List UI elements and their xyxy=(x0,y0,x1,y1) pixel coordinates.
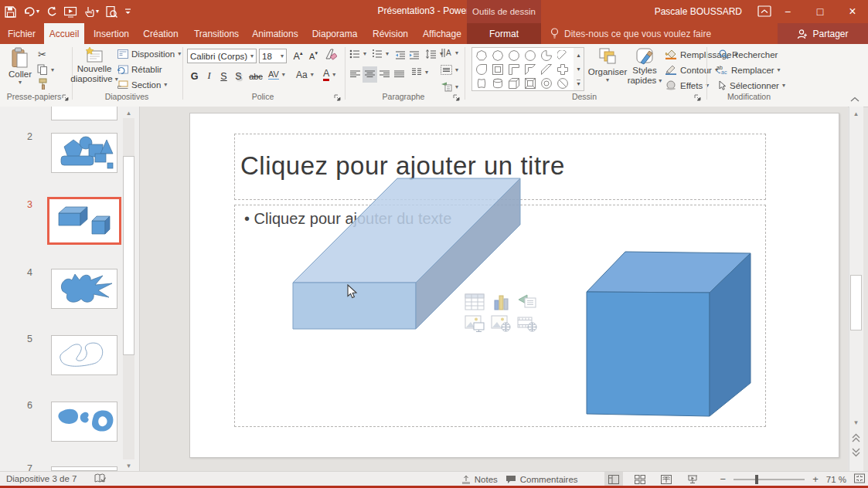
tab-animations[interactable]: Animations xyxy=(248,23,302,44)
italic-button[interactable]: I xyxy=(202,68,216,84)
shape-effects-button[interactable]: Effets▾ xyxy=(665,80,709,90)
shape-cylinder-icon[interactable] xyxy=(489,76,505,90)
thumbnail-slide-3-selected[interactable] xyxy=(47,197,121,245)
tab-creation[interactable]: Création xyxy=(138,23,184,44)
find-button[interactable]: Rechercher xyxy=(719,49,778,59)
numbering-button[interactable]: ▾ xyxy=(372,49,389,59)
panel-scroll-down-arrow[interactable]: ▾ xyxy=(123,459,134,471)
start-slideshow-icon[interactable] xyxy=(64,6,77,18)
reset-button[interactable]: Rétablir xyxy=(117,65,162,74)
font-dialog-launcher[interactable] xyxy=(334,91,343,100)
shape-outline-button[interactable]: Contour▾ xyxy=(665,65,718,75)
shape-heptagon-icon[interactable] xyxy=(473,49,489,63)
shape-dodecagon-icon[interactable] xyxy=(522,49,538,63)
zoom-slider[interactable] xyxy=(734,479,805,480)
bullets-button[interactable]: ▾ xyxy=(349,49,366,59)
align-center-button[interactable] xyxy=(363,66,377,83)
shape-decagon-icon[interactable] xyxy=(505,49,522,63)
notes-button[interactable]: Notes xyxy=(461,475,498,484)
arrange-button[interactable]: Organiser ▾ xyxy=(589,47,626,83)
normal-view-button[interactable] xyxy=(604,472,623,486)
font-size-combo[interactable]: 18 ▾ xyxy=(259,49,287,63)
shape-frame-icon[interactable] xyxy=(489,63,505,76)
shape-chord-icon[interactable] xyxy=(554,49,570,63)
copy-icon[interactable] xyxy=(37,64,48,78)
fit-to-window-button[interactable] xyxy=(854,473,865,485)
save-icon[interactable] xyxy=(5,6,16,18)
cut-icon[interactable]: ✂ xyxy=(38,49,46,60)
quick-styles-button[interactable]: Styles rapides▾ xyxy=(628,47,662,86)
tab-transitions[interactable]: Transitions xyxy=(189,23,243,44)
grow-font-button[interactable]: A▴ xyxy=(291,48,305,64)
text-shadow-button[interactable]: S xyxy=(231,68,246,84)
zoom-slider-handle[interactable] xyxy=(755,475,758,484)
section-button[interactable]: Section▾ xyxy=(117,80,167,90)
font-name-combo[interactable]: Calibri (Corps) ▾ xyxy=(187,49,257,63)
tab-fichier[interactable]: Fichier xyxy=(3,23,40,44)
thumbnail-slide-6[interactable] xyxy=(51,402,117,442)
format-painter-icon[interactable] xyxy=(38,78,49,93)
zoom-level[interactable]: 71 % xyxy=(826,475,846,484)
shape-donut-icon[interactable] xyxy=(538,76,554,90)
undo-caret[interactable]: ▾ xyxy=(36,8,39,15)
scrollbar-thumb[interactable] xyxy=(850,275,862,330)
cube-3d-shape[interactable] xyxy=(584,250,753,419)
increase-indent-button[interactable] xyxy=(409,49,420,63)
copy-caret[interactable]: ▾ xyxy=(51,67,54,73)
change-case-button[interactable]: Aa ▾ xyxy=(296,69,314,80)
columns-button[interactable]: ▾ xyxy=(411,68,428,76)
gallery-down-arrow[interactable]: ▾ xyxy=(577,66,580,73)
paste-button[interactable]: Coller ▾ xyxy=(6,47,34,86)
close-button[interactable]: × xyxy=(837,0,868,23)
shape-no-symbol-icon[interactable] xyxy=(554,76,570,90)
panel-scrollbar-thumb[interactable] xyxy=(123,156,134,355)
slide-indicator[interactable]: Diapositive 3 de 7 xyxy=(6,474,77,483)
new-slide-button[interactable]: Nouvelle diapositive▾ xyxy=(77,47,112,84)
align-left-button[interactable] xyxy=(348,66,363,83)
replace-button[interactable]: abac Remplacer▾ xyxy=(717,65,781,75)
shape-octagon-icon[interactable] xyxy=(489,49,505,63)
undo-icon[interactable] xyxy=(23,6,35,17)
slide-editing-surface[interactable]: Cliquez pour ajouter un titre • Cliquez … xyxy=(189,113,839,458)
justify-button[interactable] xyxy=(392,66,407,83)
shape-cross-icon[interactable] xyxy=(554,63,570,76)
thumbnail-slide-1-partial[interactable] xyxy=(51,107,117,120)
redo-icon[interactable] xyxy=(46,6,57,17)
thumbnail-slide-2[interactable] xyxy=(51,133,117,173)
strikethrough-button[interactable]: abc xyxy=(246,68,266,84)
tab-affichage[interactable]: Affichage xyxy=(417,23,467,44)
shape-bevel-icon[interactable] xyxy=(522,76,538,90)
character-spacing-button[interactable]: AV ▾ xyxy=(268,69,285,80)
tab-revision[interactable]: Révision xyxy=(366,23,414,44)
paragraph-dialog-launcher[interactable] xyxy=(453,91,462,100)
tab-insertion[interactable]: Insertion xyxy=(87,23,135,44)
shape-corner-icon[interactable] xyxy=(505,63,522,76)
zoom-out-button[interactable]: − xyxy=(720,473,727,485)
zoom-in-button[interactable]: + xyxy=(812,473,819,485)
touch-mode-caret[interactable]: ▾ xyxy=(96,8,99,15)
align-text-button[interactable]: ▾ xyxy=(441,65,458,75)
tab-accueil[interactable]: Accueil xyxy=(44,23,84,44)
tab-format[interactable]: Format xyxy=(467,23,541,44)
shrink-font-button[interactable]: A▾ xyxy=(306,48,321,64)
next-slide-button[interactable] xyxy=(852,446,860,460)
shape-plaque-icon[interactable] xyxy=(473,76,489,90)
comments-button[interactable]: Commentaires xyxy=(505,475,578,484)
font-color-button[interactable]: A ▾ xyxy=(323,68,335,81)
touch-mode-icon[interactable] xyxy=(84,6,94,18)
slide-sorter-view-button[interactable] xyxy=(631,472,649,486)
text-direction-button[interactable]: A▾ xyxy=(441,48,458,58)
thumbnail-slide-4[interactable] xyxy=(51,269,117,309)
clear-formatting-button[interactable] xyxy=(325,49,337,64)
ribbon-display-options-button[interactable] xyxy=(757,5,771,20)
panel-scroll-up-arrow[interactable]: ▴ xyxy=(123,107,134,118)
shape-pie-icon[interactable] xyxy=(538,49,554,63)
shape-diagonal-stripe-icon[interactable] xyxy=(538,63,554,76)
select-button[interactable]: Sélectionner▾ xyxy=(718,80,785,90)
previous-slide-button[interactable] xyxy=(852,432,860,446)
shape-half-frame-icon[interactable] xyxy=(522,63,538,76)
minimize-button[interactable]: − xyxy=(772,0,803,23)
maximize-button[interactable]: □ xyxy=(805,0,836,23)
shape-cube-icon[interactable] xyxy=(505,76,522,90)
shapes-gallery[interactable] xyxy=(471,47,574,91)
